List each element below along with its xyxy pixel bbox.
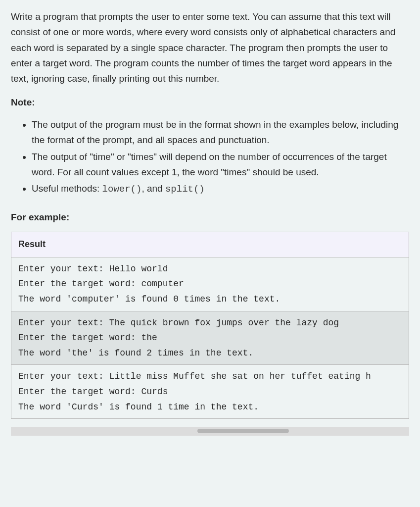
code-method: lower()	[102, 184, 142, 195]
horizontal-scrollbar[interactable]	[11, 427, 409, 436]
code-method: split()	[165, 184, 205, 195]
note-text: Useful methods:	[32, 183, 102, 194]
scrollbar-thumb[interactable]	[197, 429, 289, 433]
note-item: The output of "time" or "times" will dep…	[32, 149, 409, 180]
note-text: , and	[141, 183, 165, 194]
note-heading: Note:	[11, 95, 409, 110]
table-cell: Enter your text: Little miss Muffet she …	[11, 365, 409, 419]
table-row: Enter your text: Hello world Enter the t…	[11, 257, 409, 311]
problem-description: Write a program that prompts the user to…	[11, 9, 409, 87]
example-table: Result Enter your text: Hello world Ente…	[11, 232, 409, 419]
table-cell: Enter your text: The quick brown fox jum…	[11, 311, 409, 365]
note-item: The output of the program must be in the…	[32, 117, 409, 148]
example-heading: For example:	[11, 209, 409, 225]
table-row: Enter your text: The quick brown fox jum…	[11, 311, 409, 365]
note-item: Useful methods: lower(), and split()	[32, 181, 409, 197]
notes-list: The output of the program must be in the…	[11, 117, 409, 198]
table-cell: Enter your text: Hello world Enter the t…	[11, 257, 409, 311]
table-header: Result	[11, 232, 409, 257]
table-row: Enter your text: Little miss Muffet she …	[11, 365, 409, 419]
